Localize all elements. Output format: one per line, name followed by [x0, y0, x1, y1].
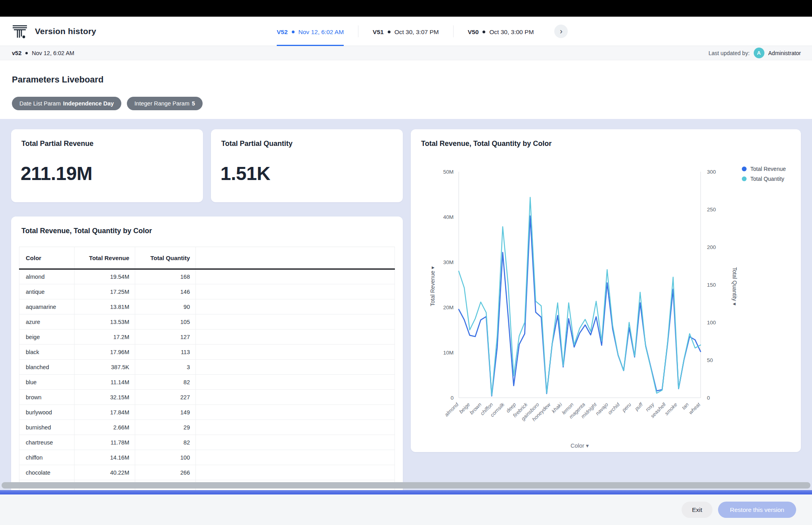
current-version-label: v52 Nov 12, 6:02 AM: [12, 50, 74, 56]
exit-button[interactable]: Exit: [682, 502, 712, 518]
page-horizontal-scrollbar[interactable]: [0, 490, 812, 494]
table-row[interactable]: azure13.53M105: [19, 314, 395, 330]
revenue-cell: 17.2M: [75, 330, 135, 345]
empty-cell: [196, 465, 395, 480]
parameter-chips: Date List ParamIndependence DayInteger R…: [12, 97, 203, 110]
legend-label: Total Quantity: [750, 176, 784, 182]
empty-cell: [196, 435, 395, 450]
x-tick-label: smoke: [663, 402, 678, 417]
table-row[interactable]: blue11.14M82: [19, 375, 395, 390]
bullet-icon: [483, 31, 485, 33]
liveboard-title-band: Parameters Liveboard Date List ParamInde…: [0, 60, 812, 119]
tab-version-v52[interactable]: V52Nov 12, 6:02 AM: [262, 17, 358, 46]
color-cell: burlywood: [19, 405, 75, 420]
header: Version history V52Nov 12, 6:02 AMV51Oct…: [0, 17, 812, 46]
data-table: ColorTotal RevenueTotal Quantity almond1…: [19, 247, 395, 490]
liveboard-horizontal-scrollbar-thumb[interactable]: [2, 482, 810, 489]
x-tick-label: navajo: [594, 402, 609, 417]
empty-cell: [196, 314, 395, 330]
quantity-cell: 127: [135, 330, 196, 345]
restore-version-button[interactable]: Restore this version: [718, 502, 796, 518]
revenue-cell: 11.78M: [75, 435, 135, 450]
tab-version-label: V52: [277, 29, 288, 36]
column-header-color[interactable]: Color: [19, 247, 75, 269]
last-updated-label: Last updated by:: [709, 50, 750, 56]
column-header-total-revenue[interactable]: Total Revenue: [75, 247, 135, 269]
chip-label: Integer Range Param: [134, 100, 190, 107]
footer-action-bar: Exit Restore this version: [0, 494, 812, 525]
table-row[interactable]: burlywood17.84M149: [19, 405, 395, 420]
revenue-cell: 11.14M: [75, 375, 135, 390]
table-row[interactable]: chocolate40.22M266: [19, 465, 395, 480]
tab-version-label: V51: [373, 29, 384, 36]
version-date: Nov 12, 6:02 AM: [32, 50, 74, 56]
x-tick-label: tan: [681, 402, 690, 411]
parameter-chip-date-list-param[interactable]: Date List ParamIndependence Day: [12, 97, 121, 110]
color-cell: burnished: [19, 420, 75, 435]
kpi-title: Total Partial Revenue: [21, 140, 94, 148]
revenue-cell: 14.16M: [75, 450, 135, 465]
tab-date-label: Oct 30, 3:00 PM: [489, 29, 534, 36]
top-black-bar: [0, 0, 812, 17]
quantity-cell: 113: [135, 345, 196, 360]
quantity-cell: 82: [135, 375, 196, 390]
table-row[interactable]: black17.96M113: [19, 345, 395, 360]
y-right-tick: 0: [707, 395, 710, 401]
y-right-tick: 250: [707, 207, 716, 213]
table-row[interactable]: aquamarine13.81M90: [19, 299, 395, 314]
revenue-cell: 17.96M: [75, 345, 135, 360]
empty-cell: [196, 360, 395, 375]
quantity-cell: 146: [135, 284, 196, 299]
version-number: v52: [12, 50, 21, 56]
x-tick-label: orchid: [607, 401, 621, 416]
table-row[interactable]: chartreuse11.78M82: [19, 435, 395, 450]
quantity-cell: 29: [135, 420, 196, 435]
quantity-cell: 100: [135, 450, 196, 465]
parameter-chip-integer-range-param[interactable]: Integer Range Param5: [127, 97, 203, 110]
page-title: Version history: [35, 27, 96, 36]
last-updated-user: Administrator: [768, 50, 801, 56]
revenue-cell: 387.5K: [75, 360, 135, 375]
quantity-cell: 266: [135, 465, 196, 480]
x-tick-label: almond: [443, 401, 460, 418]
table-row[interactable]: brown32.15M227: [19, 390, 395, 405]
table-row[interactable]: almond19.54M168: [19, 269, 395, 284]
color-cell: chiffon: [19, 450, 75, 465]
column-header-total-quantity[interactable]: Total Quantity: [135, 247, 196, 269]
tab-version-label: V50: [468, 29, 479, 36]
y-right-tick: 200: [707, 244, 716, 250]
y-left-axis-title: Total Revenue ▾: [429, 266, 436, 306]
last-updated: Last updated by: A Administrator: [709, 48, 801, 58]
quantity-cell: 3: [135, 360, 196, 375]
table-body: almond19.54M168antique17.25M146aquamarin…: [19, 269, 395, 491]
table-row[interactable]: chiffon14.16M100: [19, 450, 395, 465]
table-row[interactable]: antique17.25M146: [19, 284, 395, 299]
table-row[interactable]: blanched387.5K3: [19, 360, 395, 375]
legend-item-total-revenue[interactable]: Total Revenue: [742, 166, 786, 172]
table-row[interactable]: burnished2.66M29: [19, 420, 395, 435]
revenue-cell: 2.66M: [75, 420, 135, 435]
revenue-cell: 13.53M: [75, 314, 135, 330]
x-tick-label: wheat: [688, 401, 702, 416]
y-left-tick: 0: [450, 395, 454, 401]
empty-cell: [196, 269, 395, 284]
table-card-title: Total Revenue, Total Quantity by Color: [21, 227, 152, 235]
y-left-tick: 40M: [443, 214, 454, 220]
kpi-title: Total Partial Quantity: [221, 140, 293, 148]
color-cell: azure: [19, 314, 75, 330]
legend-dot-icon: [742, 176, 747, 181]
bullet-icon: [292, 31, 295, 33]
chip-label: Date List Param: [19, 100, 61, 107]
tab-version-v51[interactable]: V51Oct 30, 3:07 PM: [358, 17, 453, 46]
legend-item-total-quantity[interactable]: Total Quantity: [742, 176, 786, 182]
quantity-cell: 149: [135, 405, 196, 420]
color-cell: black: [19, 345, 75, 360]
chip-value: 5: [192, 100, 195, 107]
liveboard-title: Parameters Liveboard: [12, 75, 103, 85]
tab-version-v50[interactable]: V50Oct 30, 3:00 PM: [454, 17, 548, 46]
y-right-tick: 50: [707, 357, 713, 363]
more-versions-button[interactable]: ›: [554, 25, 568, 38]
table-row[interactable]: beige17.2M127: [19, 330, 395, 345]
table-header: ColorTotal RevenueTotal Quantity: [19, 247, 395, 269]
revenue-cell: 17.84M: [75, 405, 135, 420]
